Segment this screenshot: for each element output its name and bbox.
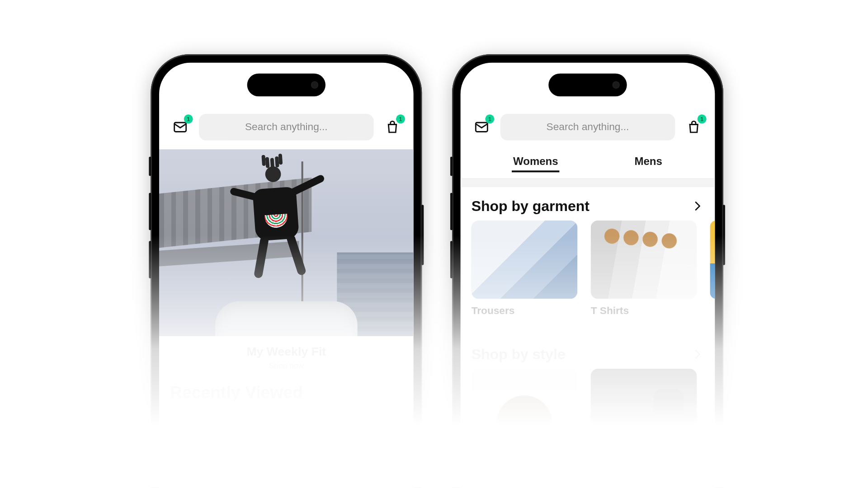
- bag-button[interactable]: 1: [684, 117, 704, 137]
- style-carousel[interactable]: [461, 369, 715, 447]
- dynamic-island: [548, 74, 627, 97]
- screen: 1 Search anything... 1: [159, 63, 414, 488]
- tab-womens[interactable]: Womens: [512, 153, 559, 173]
- phone-home: 1 Search anything... 1: [151, 54, 422, 488]
- tile-tshirts[interactable]: T Shirts: [591, 221, 697, 317]
- search-input[interactable]: Search anything...: [199, 114, 374, 141]
- recently-viewed-card[interactable]: L: [170, 411, 281, 488]
- bottom-fade: [0, 235, 868, 488]
- bag-badge: 1: [698, 114, 707, 123]
- messages-button[interactable]: 1: [170, 117, 190, 137]
- tile-trousers[interactable]: Trousers: [472, 221, 578, 317]
- tile-style[interactable]: [472, 369, 578, 447]
- section-heading-garment: Shop by garment: [472, 197, 590, 214]
- chevron-right-icon[interactable]: [691, 347, 704, 361]
- garment-carousel[interactable]: Trousers T Shirts: [461, 221, 715, 317]
- bag-button[interactable]: 1: [382, 117, 402, 137]
- tile-label: Trousers: [472, 305, 578, 317]
- phone-shop: 1 Search anything... 1 Womens Mens: [452, 54, 723, 488]
- tile-image: [710, 221, 715, 299]
- recently-viewed-heading: Recently Viewed: [159, 370, 414, 408]
- search-placeholder: Search anything...: [547, 121, 629, 133]
- bag-badge: 1: [396, 114, 405, 123]
- tile-style[interactable]: [591, 369, 697, 447]
- hero-cta[interactable]: Shop now: [159, 361, 414, 370]
- hero-banner[interactable]: [159, 150, 414, 336]
- recently-viewed-card[interactable]: UK10: [292, 411, 402, 488]
- search-placeholder: Search anything...: [245, 121, 328, 133]
- tile-image: [591, 221, 697, 299]
- divider: [461, 178, 715, 187]
- screen: 1 Search anything... 1 Womens Mens: [461, 63, 715, 488]
- messages-badge: 1: [485, 114, 494, 123]
- tile-image: [591, 369, 697, 447]
- section-heading-style: Shop by style: [472, 346, 566, 362]
- tile-peek[interactable]: [710, 221, 715, 317]
- tile-image: [472, 369, 578, 447]
- size-chip: UK10: [298, 417, 326, 429]
- hero-caption: My Weekly Fit Shop now: [159, 345, 414, 370]
- dynamic-island: [247, 74, 326, 97]
- messages-button[interactable]: 1: [472, 117, 492, 137]
- size-chip: L: [176, 417, 190, 429]
- chevron-right-icon[interactable]: [691, 199, 704, 212]
- tile-image: [472, 221, 578, 299]
- tab-mens[interactable]: Mens: [633, 153, 664, 173]
- search-input[interactable]: Search anything...: [500, 114, 675, 141]
- hero-title: My Weekly Fit: [159, 345, 414, 359]
- tile-label: T Shirts: [591, 305, 697, 317]
- messages-badge: 1: [184, 114, 193, 123]
- hero-person-icon: [223, 150, 329, 286]
